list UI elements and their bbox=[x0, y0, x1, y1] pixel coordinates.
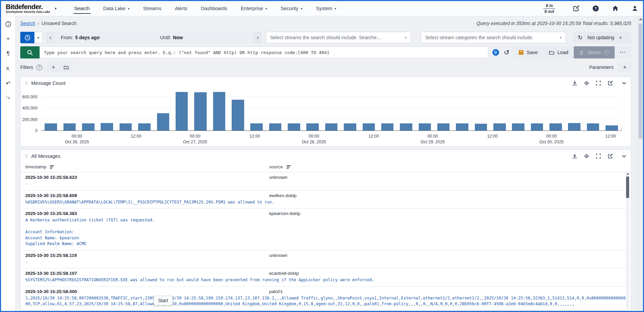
breadcrumb-search-link[interactable]: Search bbox=[20, 21, 35, 26]
timerange-caret-button[interactable]: ▾ bbox=[34, 32, 43, 43]
table-row[interactable]: 2025-10-30 15:25:58.609ewilkes-dsktp%OSD… bbox=[21, 191, 631, 209]
load-button[interactable]: Load bbox=[543, 46, 574, 58]
collapse-widget-icon[interactable] bbox=[621, 153, 627, 159]
messages-scrollbar[interactable] bbox=[626, 172, 629, 310]
filters-help-icon[interactable]: ? bbox=[36, 65, 42, 70]
chart-bar[interactable] bbox=[63, 123, 76, 130]
undo-icon[interactable]: ↶ bbox=[4, 80, 12, 87]
brand-caret-icon[interactable]: ▾ bbox=[55, 6, 57, 11]
chart-bar[interactable] bbox=[549, 123, 562, 130]
nav-item-dashboards[interactable]: Dashboards bbox=[195, 1, 233, 16]
chart-bar[interactable] bbox=[138, 123, 151, 130]
timerange-until[interactable]: Until: Now bbox=[154, 32, 253, 43]
timerange-from[interactable]: From: 5 days ago bbox=[55, 32, 154, 43]
chart-bar[interactable] bbox=[325, 123, 338, 130]
nav-item-streams[interactable]: Streams bbox=[137, 1, 168, 16]
user-icon[interactable] bbox=[632, 5, 638, 12]
chart-bar[interactable] bbox=[606, 125, 618, 130]
timerange-prev-icon[interactable]: ‹ bbox=[46, 32, 55, 43]
chart-bar[interactable] bbox=[400, 123, 412, 130]
save-button[interactable]: Save bbox=[513, 46, 543, 58]
search-query-input[interactable] bbox=[40, 46, 488, 58]
nav-item-search[interactable]: Search bbox=[68, 1, 96, 16]
chart-bar[interactable] bbox=[120, 123, 132, 130]
table-row[interactable]: 2025-10-30 15:25:58.119unknown- bbox=[21, 250, 631, 269]
chart-bar[interactable] bbox=[232, 100, 244, 130]
chart-bar[interactable] bbox=[250, 123, 263, 130]
chart-bar[interactable] bbox=[437, 123, 450, 130]
nav-item-alerts[interactable]: Alerts bbox=[169, 1, 194, 16]
compose-icon[interactable] bbox=[573, 5, 579, 12]
chart-bar[interactable] bbox=[512, 123, 524, 130]
chart-bar[interactable] bbox=[475, 124, 487, 130]
timerange-next-icon[interactable]: › bbox=[253, 32, 262, 43]
fullscreen-icon[interactable] bbox=[596, 80, 601, 86]
chart-bar[interactable] bbox=[288, 123, 300, 130]
scrollbar-thumb[interactable] bbox=[626, 176, 629, 198]
scroll-up-icon[interactable] bbox=[626, 173, 629, 175]
nav-item-system[interactable]: System▾ bbox=[310, 1, 342, 16]
stream-categories-select[interactable]: Select stream categories the search shou… bbox=[421, 32, 566, 43]
home-icon[interactable] bbox=[612, 5, 619, 12]
streams-select[interactable]: Select streams the search should include… bbox=[266, 32, 411, 43]
chart-bar[interactable] bbox=[381, 123, 394, 130]
chart-bar[interactable] bbox=[344, 123, 356, 130]
chart-bar[interactable] bbox=[419, 123, 431, 130]
table-row[interactable]: 2025-10-30 15:25:58.383kpearson-dsktpA K… bbox=[21, 209, 631, 250]
scrollbar-thumb[interactable] bbox=[639, 24, 642, 139]
edit-widget-icon[interactable] bbox=[608, 80, 613, 86]
chart-bar[interactable] bbox=[531, 123, 543, 130]
chart-bar[interactable] bbox=[568, 123, 581, 130]
table-row[interactable]: 2025-10-30 15:25:58.000palo011,2025/10/3… bbox=[21, 311, 631, 311]
plot-resize-handle[interactable] bbox=[619, 128, 622, 131]
filter-library-button[interactable] bbox=[60, 62, 73, 72]
formatting-pilcrow-icon[interactable]: ¶ bbox=[4, 50, 12, 57]
share-button-disabled[interactable]: Share ? bbox=[574, 46, 615, 58]
more-actions-button[interactable]: ··· bbox=[615, 46, 632, 58]
chart-bar[interactable] bbox=[269, 123, 282, 130]
chart-bar[interactable] bbox=[82, 123, 95, 130]
drag-handle-icon[interactable]: ⠿ bbox=[25, 154, 28, 159]
table-row[interactable]: 2025-10-30 15:25:58.107ecantrell-dsktp%S… bbox=[21, 268, 631, 287]
timerange-clock-button[interactable] bbox=[20, 32, 34, 43]
nav-item-data-lake[interactable]: Data Lake▾ bbox=[97, 1, 136, 16]
column-header-timestamp[interactable]: timestamp bbox=[25, 164, 46, 169]
search-submit-button[interactable] bbox=[20, 46, 40, 58]
fullscreen-icon[interactable] bbox=[596, 153, 601, 159]
chart-bar[interactable] bbox=[456, 123, 468, 130]
fields-icon[interactable]: x, bbox=[4, 65, 12, 72]
download-icon[interactable] bbox=[572, 153, 577, 159]
chart-bar[interactable] bbox=[493, 123, 506, 130]
chart-bar[interactable] bbox=[363, 123, 375, 130]
focus-columns-icon[interactable] bbox=[584, 80, 589, 86]
chart-bar[interactable] bbox=[45, 123, 57, 130]
page-scrollbar[interactable] bbox=[638, 16, 643, 311]
sort-icon[interactable] bbox=[50, 165, 54, 169]
edit-widget-icon[interactable] bbox=[608, 153, 613, 159]
scroll-up-icon[interactable] bbox=[639, 18, 642, 20]
description-info-icon[interactable] bbox=[4, 20, 12, 28]
help-icon[interactable]: ? bbox=[592, 5, 599, 12]
chart-bar[interactable] bbox=[213, 92, 226, 130]
drag-handle-icon[interactable]: ⠿ bbox=[25, 81, 28, 86]
nav-item-security[interactable]: Security▾ bbox=[275, 1, 308, 16]
create-plus-icon[interactable]: + bbox=[4, 35, 12, 43]
sort-icon[interactable] bbox=[286, 165, 291, 169]
chart-bar[interactable] bbox=[101, 123, 113, 130]
collapse-widget-icon[interactable] bbox=[621, 80, 627, 86]
query-history-icon[interactable]: ↺ bbox=[504, 49, 510, 56]
brand-logo[interactable]: Bitdefender. GravityZone Security Data L… bbox=[6, 3, 57, 14]
chart-bar[interactable] bbox=[587, 123, 599, 130]
table-row[interactable]: 2025-10-30 15:25:58.000palo011,2025/10/3… bbox=[21, 287, 631, 311]
refresh-control[interactable]: ↻ Not updating ▾ bbox=[573, 32, 631, 43]
chart-bar[interactable] bbox=[157, 113, 170, 130]
nav-item-enterprise[interactable]: Enterprise▾ bbox=[235, 1, 273, 16]
download-icon[interactable] bbox=[572, 80, 577, 86]
throughput-indicator[interactable]: 8 in 8 out bbox=[543, 3, 555, 14]
chart-bar[interactable] bbox=[306, 123, 319, 130]
chart-bar[interactable] bbox=[176, 92, 188, 130]
table-row[interactable]: 2025-10-30 15:25:58.623unknown- bbox=[21, 172, 631, 191]
redo-icon[interactable]: ↷ bbox=[4, 95, 12, 102]
focus-columns-icon[interactable] bbox=[584, 153, 589, 159]
add-parameter-button[interactable]: + bbox=[618, 62, 631, 72]
